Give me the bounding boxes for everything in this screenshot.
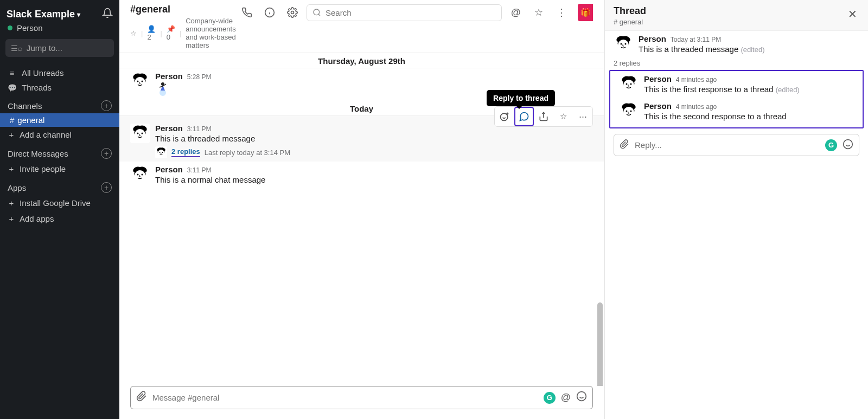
avatar[interactable]: [614, 34, 633, 54]
thread-last-reply: Last reply today at 3:14 PM: [205, 149, 290, 157]
search-field[interactable]: [326, 8, 496, 17]
message-row[interactable]: Reply to thread ☆ ⋯ Person 3:11 PM: [119, 116, 604, 162]
thread-reply-input[interactable]: [635, 140, 820, 150]
pins-icon[interactable]: 📌 0: [167, 25, 175, 41]
message-author[interactable]: Person: [155, 165, 183, 174]
install-gd-label: Install Google Drive: [20, 198, 91, 208]
message-row[interactable]: Person 3:11 PM This is a normal chat mes…: [119, 162, 604, 189]
workspace-switcher[interactable]: Slack Example ▾: [7, 9, 80, 20]
more-actions-icon[interactable]: ⋯: [573, 107, 592, 126]
mentions-icon[interactable]: @: [507, 4, 525, 21]
plus-icon: +: [8, 130, 15, 139]
thread-message-list[interactable]: Person Today at 3:11 PM This is a thread…: [605, 31, 868, 419]
apps-section-header: Apps +: [0, 177, 119, 195]
nav-threads-label: Threads: [22, 83, 52, 92]
nav-threads[interactable]: 💬 Threads: [0, 80, 119, 95]
settings-gear-icon[interactable]: [284, 4, 301, 21]
add-apps[interactable]: + Add apps: [0, 211, 119, 227]
thread-replies-link[interactable]: 2 replies: [171, 147, 200, 157]
edited-label: (edited): [741, 46, 764, 54]
composer-input[interactable]: [152, 393, 538, 402]
svg-point-8: [314, 9, 320, 15]
thread-title: Thread: [614, 5, 646, 17]
emoji-icon[interactable]: [576, 391, 587, 404]
notifications-bell-icon[interactable]: [102, 8, 113, 21]
message-time: 4 minutes ago: [676, 103, 717, 111]
invite-people[interactable]: + Invite people: [0, 161, 119, 177]
svg-point-12: [501, 113, 508, 120]
thread-root-message[interactable]: Person Today at 3:11 PM This is a thread…: [605, 31, 868, 58]
members-icon[interactable]: 👤 2: [147, 25, 156, 41]
nav-all-unreads-label: All Unreads: [22, 68, 64, 78]
add-a-channel-label: Add a channel: [20, 130, 72, 139]
sidebar: Slack Example ▾ Person ☰⌕ Jump to... ≡ A…: [0, 0, 119, 419]
nav-all-unreads[interactable]: ≡ All Unreads: [0, 66, 119, 80]
star-channel-icon[interactable]: ☆: [130, 29, 137, 37]
more-vertical-icon[interactable]: ⋮: [553, 4, 570, 21]
plus-icon: +: [8, 214, 15, 223]
add-apps-label: Add apps: [20, 214, 54, 223]
channel-topic[interactable]: Company-wide announcements and work-base…: [186, 17, 238, 49]
close-thread-icon[interactable]: ✕: [846, 5, 859, 23]
avatar[interactable]: [619, 101, 639, 121]
call-icon[interactable]: [238, 4, 256, 21]
thread-channel[interactable]: # general: [614, 18, 646, 26]
scrollbar[interactable]: [597, 302, 603, 386]
presence-dot-icon: [8, 25, 12, 30]
reply-in-thread-icon[interactable]: [514, 107, 534, 126]
message-author[interactable]: Person: [155, 72, 183, 81]
install-google-drive[interactable]: + Install Google Drive: [0, 195, 119, 211]
grammarly-icon[interactable]: G: [825, 139, 837, 151]
star-message-icon[interactable]: ☆: [553, 107, 573, 126]
search-input[interactable]: [307, 4, 502, 21]
thread-reply-composer[interactable]: G: [614, 134, 859, 156]
avatar[interactable]: [130, 72, 150, 91]
thread-reply[interactable]: Person 4 minutes ago This is the first r…: [610, 71, 863, 98]
attach-file-icon[interactable]: [620, 139, 629, 151]
add-channel-icon[interactable]: +: [101, 100, 112, 111]
message-author[interactable]: Person: [644, 101, 672, 111]
message-text: This is a normal chat message: [155, 174, 593, 185]
thread-header: Thread # general ✕: [605, 0, 868, 31]
grammarly-icon[interactable]: G: [544, 392, 556, 404]
invite-people-label: Invite people: [20, 164, 66, 173]
share-message-icon[interactable]: [534, 107, 553, 126]
channel-header: #general ☆| 👤 2| 📌 0| Company-wide annou…: [119, 0, 604, 53]
add-a-channel[interactable]: + Add a channel: [0, 127, 119, 143]
message-time: 3:11 PM: [187, 166, 212, 174]
avatar[interactable]: [130, 165, 150, 184]
channel-name[interactable]: #general: [130, 4, 238, 15]
thread-reply[interactable]: Person 4 minutes ago This is the second …: [610, 98, 863, 125]
star-icon[interactable]: ☆: [530, 4, 547, 21]
current-user-presence[interactable]: Person: [0, 22, 119, 37]
message-composer[interactable]: G @: [130, 386, 593, 409]
message-text: This is a threaded message: [155, 133, 593, 144]
message-author[interactable]: Person: [644, 74, 672, 83]
channel-meta: ☆| 👤 2| 📌 0| Company-wide announcements …: [130, 17, 238, 49]
gift-icon[interactable]: 🎁: [578, 4, 593, 21]
avatar[interactable]: [619, 74, 639, 94]
message-time: 4 minutes ago: [676, 76, 717, 83]
channel-item-label: general: [17, 115, 44, 125]
mention-icon[interactable]: @: [561, 392, 571, 403]
jump-to-input[interactable]: ☰⌕ Jump to...: [5, 39, 114, 57]
svg-point-18: [577, 392, 586, 401]
emoji-icon[interactable]: [843, 139, 853, 151]
message-time: 5:28 PM: [187, 73, 212, 81]
date-divider: Thursday, August 29th: [119, 53, 604, 68]
message-author[interactable]: Person: [639, 34, 666, 43]
message-list[interactable]: Thursday, August 29th Person 5:28 PM Tod…: [119, 53, 604, 386]
svg-point-7: [291, 11, 294, 14]
channel-item-general[interactable]: # general: [0, 113, 119, 127]
thread-replies-highlight: Person 4 minutes ago This is the first r…: [609, 70, 864, 128]
message-author[interactable]: Person: [155, 124, 183, 133]
avatar[interactable]: [130, 124, 150, 143]
add-app-icon[interactable]: +: [101, 182, 112, 193]
attach-file-icon[interactable]: [136, 391, 147, 404]
thread-summary[interactable]: 2 replies Last reply today at 3:14 PM: [155, 146, 593, 158]
plus-icon: +: [8, 198, 15, 208]
new-dm-icon[interactable]: +: [101, 148, 112, 159]
dm-section-header: Direct Messages +: [0, 143, 119, 161]
add-reaction-icon[interactable]: [495, 107, 514, 126]
info-icon[interactable]: [261, 4, 278, 21]
